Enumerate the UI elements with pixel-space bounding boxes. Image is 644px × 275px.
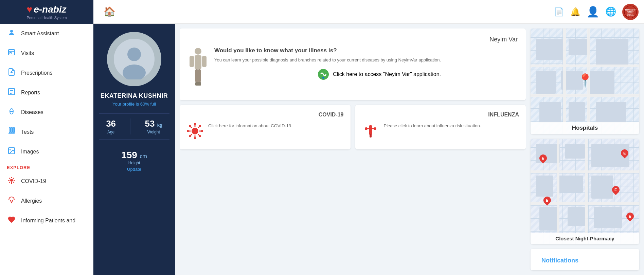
neyimvar-link-text: Click here to access "Neyim Var" applica… [333, 71, 441, 77]
stat-age: 36 Age [106, 118, 116, 134]
informing-icon [7, 216, 16, 226]
svg-point-59 [194, 137, 196, 139]
svg-point-65 [199, 125, 201, 127]
svg-line-33 [13, 178, 14, 179]
sidebar-item-images[interactable]: Images [0, 142, 93, 162]
stat-weight: 53 kg Weight [145, 118, 162, 134]
height-stat: 159 cm Height Update [121, 145, 147, 177]
neyimvar-logo [317, 68, 329, 80]
ministry-badge: REPUBLIC OF TURKEY MINISTRY OF HEALTH [622, 4, 639, 20]
logo-area: ♥ e-nabiz Personal Health System [0, 0, 93, 24]
neyimvar-body: Would you like to know what your illness… [188, 47, 518, 93]
sidebar-item-prescriptions[interactable]: Prescriptions [0, 63, 93, 83]
sidebar-label-visits: Visits [21, 50, 34, 56]
pharmacy-label: Closest Night-Pharmacy [531, 233, 639, 244]
covid-card[interactable]: COVID-19 [180, 105, 351, 149]
right-column: 📍 Hospitals [531, 29, 639, 270]
pharmacy-card[interactable]: E E E E E Closest Night-Pharmacy [531, 139, 639, 244]
hospitals-card[interactable]: 📍 Hospitals [531, 29, 639, 134]
avatar [107, 32, 161, 86]
bell-icon[interactable]: 🔔 [570, 7, 580, 17]
svg-point-58 [194, 123, 196, 125]
svg-point-61 [201, 130, 203, 132]
sidebar-item-smart-assistant[interactable]: Smart Assistant [0, 24, 93, 43]
sidebar-label-reports: Reports [21, 90, 40, 96]
smart-assistant-icon [7, 29, 16, 39]
logo-brand: e-nabiz [34, 4, 66, 15]
svg-text:OF HEALTH: OF HEALTH [627, 15, 634, 17]
neyimvar-description: You can learn your possible diagnosis an… [214, 57, 441, 63]
neyimvar-title: Neyim Var [188, 36, 518, 43]
center-column: Neyim Var [180, 29, 526, 270]
neyimvar-text: Would you like to know what your illness… [214, 47, 441, 80]
update-link[interactable]: Update [121, 167, 147, 172]
diseases-icon [7, 107, 16, 117]
sidebar: Smart Assistant Visits Prescriptions Rep… [0, 24, 93, 275]
profile-completion: Your profile is 60% full [112, 102, 156, 107]
notifications-header: Notifications [536, 253, 634, 266]
main-layout: Smart Assistant Visits Prescriptions Rep… [0, 24, 644, 275]
sidebar-item-visits[interactable]: Visits [0, 43, 93, 63]
sidebar-label-covid19: COVID-19 [21, 178, 46, 184]
influenza-text: Please click to learn about influenza ri… [384, 123, 481, 129]
sidebar-label-prescriptions: Prescriptions [21, 70, 52, 76]
influenza-body: Please click to learn about influenza ri… [362, 123, 519, 143]
globe-icon[interactable]: 🌐 [605, 6, 616, 17]
sidebar-item-allergies[interactable]: Allergies [0, 191, 93, 211]
height-unit: cm [140, 153, 147, 159]
reports-icon [7, 88, 16, 98]
svg-rect-10 [10, 53, 11, 54]
svg-text:TURKEY: TURKEY [627, 11, 634, 13]
height-value: 159 cm [121, 150, 147, 161]
logo-subtitle: Personal Health System [27, 16, 67, 20]
sidebar-item-informing[interactable]: Informing Patients and [0, 211, 93, 231]
svg-text:MINISTRY: MINISTRY [627, 14, 633, 15]
svg-rect-40 [195, 55, 201, 69]
svg-rect-44 [198, 69, 201, 82]
svg-rect-19 [9, 128, 11, 132]
svg-point-39 [195, 48, 201, 55]
sidebar-label-informing: Informing Patients and [21, 218, 75, 224]
sidebar-item-reports[interactable]: Reports [0, 83, 93, 103]
covid-text: Click here for information about COVID-1… [208, 123, 292, 129]
neyimvar-card[interactable]: Neyim Var [180, 29, 526, 100]
svg-point-70 [365, 127, 368, 130]
explore-label: EXPLORE [0, 162, 93, 171]
app-header: ♥ e-nabiz Personal Health System 🏠 📄 🔔 👤… [0, 0, 644, 24]
hospitals-label: Hospitals [531, 122, 639, 134]
sidebar-item-diseases[interactable]: Diseases [0, 103, 93, 122]
neyimvar-link-row[interactable]: Click here to access "Neyim Var" applica… [214, 68, 441, 80]
svg-rect-46 [198, 82, 201, 86]
profile-name: EKATERINA KUSHNIR [101, 92, 168, 99]
svg-rect-41 [190, 56, 194, 67]
svg-point-24 [10, 149, 11, 150]
svg-text:REPUBLIC OF: REPUBLIC OF [625, 9, 636, 11]
svg-rect-66 [369, 125, 372, 135]
sidebar-item-tests[interactable]: Tests [0, 122, 93, 142]
cards-row: COVID-19 [180, 105, 526, 149]
age-label: Age [106, 130, 116, 134]
profile-stats: 36 Age 53 kg Weight [99, 113, 169, 140]
profile-panel: EKATERINA KUSHNIR Your profile is 60% fu… [93, 24, 175, 275]
home-button[interactable]: 🏠 [104, 6, 115, 17]
sidebar-item-covid19[interactable]: COVID-19 [0, 171, 93, 191]
age-value: 36 [106, 118, 116, 129]
user-icon[interactable]: 👤 [587, 6, 599, 18]
svg-line-30 [9, 178, 10, 179]
sidebar-label-images: Images [21, 149, 39, 155]
hospitals-overlay: 📍 [531, 29, 639, 134]
svg-point-49 [192, 128, 198, 134]
document-icon[interactable]: 📄 [554, 7, 564, 17]
allergies-icon [7, 196, 16, 206]
svg-point-62 [189, 125, 191, 127]
svg-rect-42 [202, 56, 207, 67]
sidebar-label-smart-assistant: Smart Assistant [21, 31, 59, 37]
svg-point-64 [189, 135, 191, 137]
influenza-card[interactable]: İNFLUENZA Please cl [355, 105, 526, 149]
hospital-map-pin: 📍 [577, 73, 593, 88]
svg-point-25 [10, 179, 13, 182]
svg-point-60 [187, 130, 189, 132]
svg-point-5 [10, 30, 13, 33]
images-icon [7, 147, 16, 157]
svg-line-32 [9, 182, 10, 183]
